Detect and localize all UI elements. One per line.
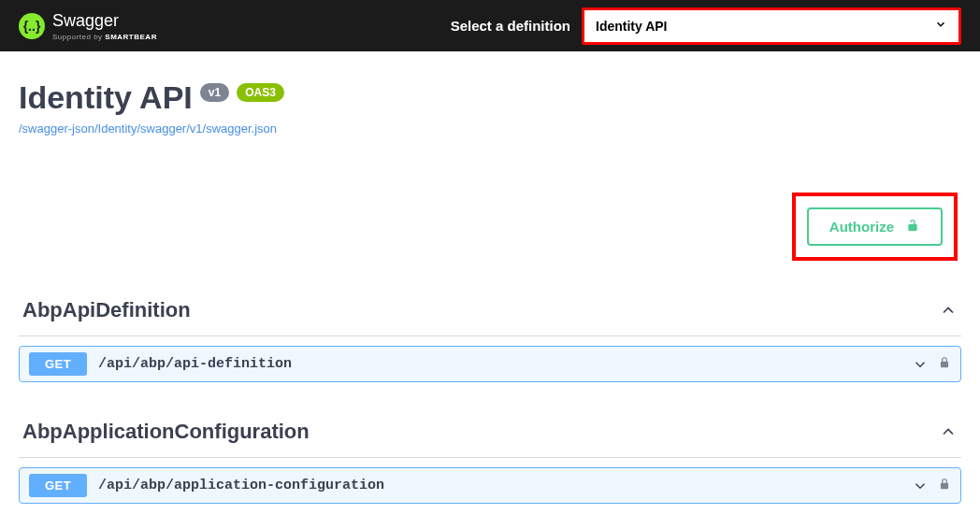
definition-select-highlight: Identity API — [582, 7, 961, 45]
topbar: {..} Swagger Supported by SMARTBEAR Sele… — [0, 0, 980, 51]
swagger-logo: {..} Swagger Supported by SMARTBEAR — [19, 11, 157, 41]
api-title: Identity API — [19, 79, 193, 116]
tag-section: AbpApplicationConfiguration GET /api/abp… — [19, 410, 961, 504]
brand-name: Swagger — [52, 11, 157, 31]
swagger-logo-icon: {..} — [19, 13, 45, 39]
operation-path: /api/abp/api-definition — [98, 356, 292, 372]
tag-header[interactable]: AbpApplicationConfiguration — [19, 410, 961, 458]
http-method-badge: GET — [29, 474, 87, 497]
operation-row[interactable]: GET /api/abp/api-definition — [19, 346, 961, 382]
auth-section: Authorize — [19, 193, 961, 261]
definition-select-label: Select a definition — [451, 18, 570, 34]
chevron-up-icon — [939, 301, 958, 320]
lock-icon[interactable] — [938, 477, 951, 495]
version-badge: v1 — [200, 83, 229, 102]
spec-url-link[interactable]: /swagger-json/Identity/swagger/v1/swagge… — [19, 121, 277, 136]
chevron-up-icon — [939, 422, 958, 441]
definition-select[interactable]: Identity API — [584, 10, 958, 42]
chevron-down-icon — [912, 356, 929, 373]
brand-subtext: Supported by SMARTBEAR — [52, 33, 157, 41]
chevron-down-icon — [912, 478, 929, 494]
authorize-label: Authorize — [829, 219, 894, 235]
api-header: Identity API v1 OAS3 — [19, 79, 961, 116]
operation-path: /api/abp/application-configuration — [98, 478, 384, 493]
tag-section: AbpApiDefinition GET /api/abp/api-defini… — [19, 289, 961, 382]
tag-header[interactable]: AbpApiDefinition — [19, 289, 961, 336]
tag-name: AbpApiDefinition — [22, 298, 191, 322]
authorize-highlight: Authorize — [792, 193, 958, 261]
tag-name: AbpApplicationConfiguration — [22, 420, 310, 444]
oas-badge: OAS3 — [237, 83, 284, 102]
main-content: Identity API v1 OAS3 /swagger-json/Ident… — [0, 51, 980, 514]
lock-icon[interactable] — [938, 355, 951, 374]
authorize-button[interactable]: Authorize — [807, 207, 943, 246]
operation-row[interactable]: GET /api/abp/application-configuration — [19, 467, 961, 504]
http-method-badge: GET — [29, 352, 87, 376]
unlock-icon — [905, 217, 920, 236]
